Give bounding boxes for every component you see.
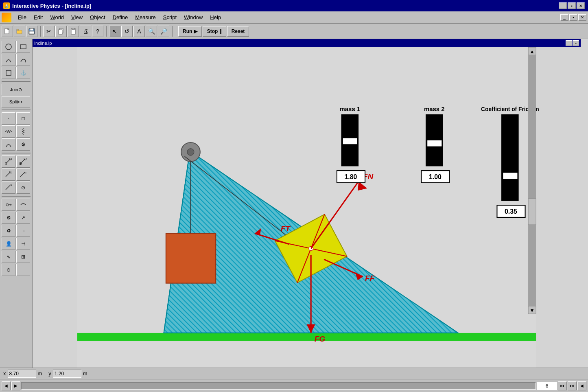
force-tool-5[interactable]: ♻: [2, 225, 15, 237]
inner-window-title: Incline.ip _ ▪: [33, 39, 581, 47]
spring-v-tool[interactable]: [16, 125, 30, 138]
main-content: ⚓ Join⊙ Split⊷ · □ ⚙: [0, 39, 588, 368]
menu-edit[interactable]: Edit: [31, 13, 46, 22]
gear-tool[interactable]: ⚙: [16, 138, 30, 151]
measure-tool-4[interactable]: [16, 169, 30, 181]
open-button[interactable]: [14, 26, 25, 37]
anchor-tool[interactable]: ⚓: [16, 67, 30, 79]
minimize-button[interactable]: _: [559, 2, 567, 9]
svg-rect-74: [528, 199, 536, 225]
misc-tool-6[interactable]: —: [16, 264, 30, 276]
stop-button[interactable]: Stop ‖: [203, 26, 226, 37]
simulation-area: Incline.ip _ ▪: [33, 39, 588, 368]
svg-text:FG: FG: [315, 335, 326, 343]
menu-script[interactable]: Script: [160, 13, 180, 22]
arc-tool[interactable]: [2, 138, 15, 151]
y-value[interactable]: [53, 370, 81, 378]
inner-maximize-button[interactable]: ▪: [573, 40, 579, 46]
split-button[interactable]: Split⊷: [2, 96, 30, 107]
curve-tool[interactable]: [2, 54, 15, 66]
measure-tools-row2: [2, 169, 31, 181]
measure-tool-5[interactable]: [2, 182, 15, 194]
constraint-tools-row2: [2, 125, 31, 138]
force-tool-1[interactable]: [2, 199, 15, 211]
reset-button[interactable]: Reset: [227, 26, 249, 37]
x-unit: m: [38, 370, 42, 377]
force-tool-2[interactable]: [16, 199, 30, 211]
mdi-close-button[interactable]: ✕: [578, 14, 586, 21]
menu-view[interactable]: View: [68, 13, 86, 22]
toolbar: ✂ 🖨 ? ↖ ↺ A 🔍 🔎 Run ▶ Stop ‖ Reset: [0, 24, 588, 39]
svg-rect-6: [29, 31, 34, 34]
pin-tool[interactable]: ·: [2, 112, 15, 125]
misc-tool-3[interactable]: ∿: [2, 251, 15, 263]
mdi-minimize-button[interactable]: _: [560, 14, 568, 21]
bottom-toolbar: ◀ ▶ 6 ⏮ ⏭ ◀: [0, 379, 588, 392]
separator-3: [172, 26, 173, 37]
constraint-tools-row1: · □: [2, 112, 31, 125]
menu-define[interactable]: Define: [109, 13, 131, 22]
text-tool[interactable]: A: [133, 26, 145, 37]
undo-button[interactable]: ↺: [121, 26, 133, 37]
force-tools-row2: ⚙ ↗: [2, 212, 31, 224]
menu-help[interactable]: Help: [207, 13, 224, 22]
misc-tool-4[interactable]: ⊞: [16, 251, 30, 263]
nav-play-button[interactable]: ▶: [11, 381, 20, 390]
paste-button[interactable]: [68, 26, 79, 37]
constraint-tools-row3: ⚙: [2, 138, 31, 151]
new-button[interactable]: [2, 26, 13, 37]
square-tool[interactable]: [2, 67, 15, 79]
join-button[interactable]: Join⊙: [2, 84, 30, 95]
misc-tool-2[interactable]: ⊣: [16, 238, 30, 250]
misc-tool-1[interactable]: 👤: [2, 238, 15, 250]
x-value[interactable]: [8, 370, 36, 378]
svg-text:FF: FF: [365, 274, 375, 283]
nav-step-back-button[interactable]: ⏮: [558, 381, 567, 390]
force-tool-6[interactable]: →: [16, 225, 30, 237]
zoom-in-tool[interactable]: 🔍: [146, 26, 157, 37]
nav-step-forward-button[interactable]: ⏭: [568, 381, 577, 390]
rigid-tool[interactable]: □: [16, 112, 30, 125]
measure-tools-row3: ⊙: [2, 182, 31, 194]
menu-world[interactable]: World: [47, 13, 67, 22]
circle-tool[interactable]: [2, 41, 15, 53]
menu-window[interactable]: Window: [181, 13, 206, 22]
menu-file[interactable]: File: [15, 13, 30, 22]
svg-rect-73: [528, 55, 536, 306]
maximize-button[interactable]: ▪: [568, 2, 576, 9]
horizontal-scrollbar[interactable]: [21, 382, 536, 390]
rectangle-tool[interactable]: [16, 41, 30, 53]
mdi-maximize-button[interactable]: ▪: [569, 14, 577, 21]
measure-tool-1[interactable]: [2, 155, 15, 168]
measure-tool-3[interactable]: [2, 169, 15, 181]
menu-measure[interactable]: Measure: [132, 13, 159, 22]
y-unit: m: [83, 370, 87, 377]
y-label: y: [48, 370, 51, 377]
menu-object[interactable]: Object: [87, 13, 109, 22]
spring-h-tool[interactable]: [2, 125, 15, 138]
freeform-tool[interactable]: [16, 54, 30, 66]
copy-button[interactable]: [55, 26, 67, 37]
separator-2: [106, 26, 107, 37]
close-button[interactable]: ✕: [577, 2, 585, 9]
select-tool[interactable]: ↖: [109, 26, 120, 37]
nav-rewind-button[interactable]: ◀: [577, 381, 586, 390]
misc-tools-row1: 👤 ⊣: [2, 238, 31, 250]
inner-minimize-button[interactable]: _: [566, 40, 572, 46]
force-tool-4[interactable]: ↗: [16, 212, 30, 224]
cut-button[interactable]: ✂: [43, 26, 55, 37]
divider-2: [2, 109, 31, 110]
measure-tool-2[interactable]: [16, 155, 30, 168]
inner-title-text: Incline.ip: [34, 41, 52, 46]
help-button[interactable]: ?: [92, 26, 103, 37]
print-button[interactable]: 🖨: [80, 26, 91, 37]
force-tool-3[interactable]: ⚙: [2, 212, 15, 224]
force-tools-row1: [2, 199, 31, 211]
measure-tool-6[interactable]: ⊙: [16, 182, 30, 194]
misc-tool-5[interactable]: ⊙: [2, 264, 15, 276]
run-button[interactable]: Run ▶: [178, 26, 202, 37]
svg-rect-39: [166, 233, 216, 283]
nav-back-button[interactable]: ◀: [2, 381, 11, 390]
save-button[interactable]: [26, 26, 37, 37]
zoom-out-tool[interactable]: 🔎: [158, 26, 169, 37]
